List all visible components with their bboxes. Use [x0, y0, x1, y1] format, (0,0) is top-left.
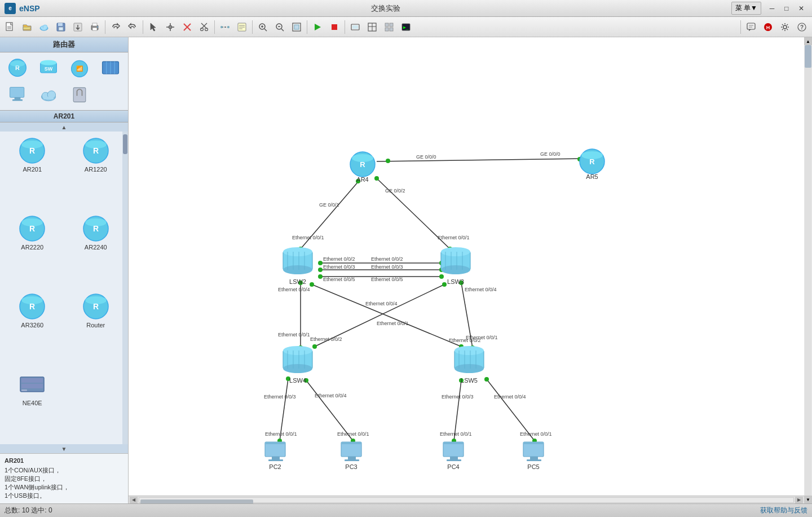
scroll-down-arrow[interactable]: ▼ [804, 496, 812, 503]
device-ar2240[interactable]: R AR2240 [66, 212, 126, 286]
settings-button[interactable] [777, 19, 793, 35]
app-name: eNSP [19, 4, 40, 13]
device-label-ar2240: AR2240 [85, 244, 107, 251]
help-button[interactable]: ? [794, 19, 810, 35]
svg-text:LSW3: LSW3 [447, 278, 464, 285]
device-ar3260[interactable]: R AR3260 [2, 290, 63, 364]
connect-button[interactable] [217, 19, 233, 35]
sidebar-icon-router[interactable]: R [3, 56, 32, 80]
svg-text:R: R [29, 146, 35, 155]
scroll-left-arrow[interactable]: ◀ [130, 497, 138, 503]
fit-button[interactable] [289, 19, 304, 35]
svg-rect-50 [390, 28, 393, 31]
delete-tool-button[interactable] [179, 19, 195, 35]
sidebar-icon-cloud[interactable] [34, 83, 63, 107]
zoom-in-button[interactable] [255, 19, 271, 35]
grid-button[interactable] [381, 19, 397, 35]
titlebar: e eNSP 交换实验 菜 单▼ ─ □ ✕ [0, 0, 812, 17]
play-button[interactable] [310, 19, 325, 35]
device-router[interactable]: R Router [66, 290, 126, 364]
status-right[interactable]: 获取帮助与反馈 [760, 506, 807, 515]
vscroll-thumb [805, 45, 811, 68]
sep6 [345, 20, 345, 34]
terminal-button[interactable]: ▶_ [398, 19, 414, 35]
svg-rect-41 [332, 24, 337, 30]
sidebar-bottom-icons [0, 83, 128, 110]
print-button[interactable] [87, 19, 103, 35]
svg-rect-7 [42, 28, 46, 30]
canvas-area[interactable]: GE 0/0/0 GE 0/0/0 GE 0/0/1 Ethernet 0/0/… [129, 37, 804, 503]
save-button[interactable] [53, 19, 69, 35]
device-ar2220[interactable]: R AR2220 [2, 212, 63, 286]
svg-rect-49 [385, 28, 389, 31]
redo-button[interactable] [125, 19, 140, 35]
vertical-scrollbar: ▲ ▼ [804, 37, 812, 503]
device-ne40e[interactable]: NE40E [2, 367, 63, 442]
minimize-button[interactable]: ─ [766, 3, 778, 14]
svg-rect-10 [59, 27, 63, 30]
svg-rect-13 [92, 23, 97, 26]
svg-rect-181 [348, 457, 356, 459]
restore-button[interactable]: □ [780, 3, 793, 14]
sidebar-icon-firewall[interactable] [96, 56, 125, 80]
node-pc3[interactable]: PC3 [341, 442, 361, 470]
svg-point-66 [41, 60, 57, 65]
capture-button[interactable] [347, 19, 363, 35]
node-pc4[interactable]: PC4 [443, 442, 464, 470]
scroll-up[interactable]: ▲ [0, 122, 128, 132]
svg-rect-176 [272, 457, 280, 459]
horizontal-scrollbar[interactable]: ◀ ▶ [129, 496, 804, 503]
port-label: Ethernet 0/0/2 [310, 336, 342, 342]
svg-text:▶_: ▶_ [403, 25, 409, 30]
port-label: Ethernet 0/0/4 [278, 287, 310, 292]
scroll-right-arrow[interactable]: ▶ [795, 497, 803, 503]
note-button[interactable] [234, 19, 250, 35]
port-label: Ethernet 0/0/1 [337, 431, 369, 437]
toolbar: ▶_ H ? [0, 17, 812, 37]
close-button[interactable]: ✕ [795, 3, 807, 14]
svg-text:LSW5: LSW5 [461, 377, 478, 384]
sidebar-icon-switch-router[interactable]: SW [34, 56, 63, 80]
stop-button[interactable] [326, 19, 342, 35]
open-button[interactable] [19, 19, 35, 35]
chat-button[interactable] [743, 19, 759, 35]
svg-text:AR4: AR4 [356, 176, 368, 183]
node-lsw3[interactable]: LSW3 [441, 247, 470, 285]
sidebar-icon-pc[interactable] [3, 83, 32, 107]
menu-button[interactable]: 菜 单▼ [731, 2, 761, 15]
svg-text:R: R [360, 160, 365, 169]
topology-button[interactable] [364, 19, 380, 35]
svg-point-25 [220, 26, 223, 28]
zoom-out-button[interactable] [272, 19, 288, 35]
port-label: Ethernet 0/0/3 [442, 394, 474, 400]
device-ar1220[interactable]: R AR1220 [66, 134, 126, 208]
sep1 [105, 20, 105, 34]
node-lsw5[interactable]: LSW5 [454, 346, 484, 384]
node-ar5[interactable]: R AR5 [580, 149, 604, 180]
import-button[interactable] [70, 19, 86, 35]
pan-button[interactable] [162, 19, 178, 35]
svg-rect-191 [530, 457, 538, 459]
node-pc5[interactable]: PC5 [523, 442, 544, 470]
new-button[interactable] [2, 19, 18, 35]
port-label: Ethernet 0/0/3 [264, 394, 296, 400]
huawei-button[interactable]: H [760, 19, 776, 35]
device-ar201[interactable]: R AR201 [2, 134, 63, 208]
undo-button[interactable] [108, 19, 123, 35]
statusbar: 总数: 10 选中: 0 获取帮助与反馈 [0, 503, 812, 517]
router-section-title: 路由器 [0, 37, 128, 52]
node-pc2[interactable]: PC2 [265, 442, 285, 470]
node-lsw2[interactable]: LSW2 [283, 247, 312, 285]
svg-text:PC2: PC2 [269, 463, 281, 470]
node-ar4[interactable]: R AR4 [350, 152, 375, 183]
sidebar-icon-wireless[interactable]: 📶 [65, 56, 94, 80]
scroll-down[interactable]: ▼ [0, 444, 128, 453]
port-label: GE 0/0/1 [319, 202, 339, 208]
save-cloud-button[interactable] [36, 19, 52, 35]
select-button[interactable] [145, 19, 161, 35]
sidebar-icon-power[interactable] [65, 83, 94, 107]
svg-point-122 [310, 282, 314, 287]
svg-text:📶: 📶 [76, 65, 83, 72]
cut-button[interactable] [196, 19, 212, 35]
scroll-up-arrow[interactable]: ▲ [804, 37, 812, 45]
